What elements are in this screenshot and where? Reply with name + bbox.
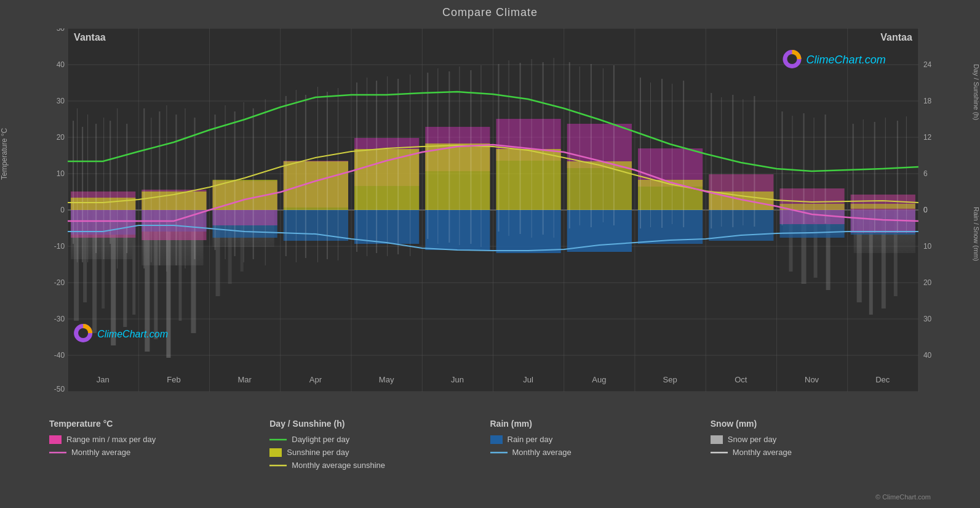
svg-point-196: [787, 54, 797, 64]
svg-rect-201: [49, 435, 62, 444]
svg-rect-193: [897, 121, 898, 233]
svg-rect-156: [410, 75, 410, 256]
svg-text:ClimeChart.com: ClimeChart.com: [97, 329, 168, 339]
svg-rect-136: [175, 115, 177, 265]
svg-rect-169: [569, 62, 570, 228]
svg-rect-186: [803, 113, 805, 224]
svg-rect-140: [225, 105, 226, 259]
temp-range-swatch-icon: [49, 435, 62, 444]
legend-label-snow-bar: Snow per day: [728, 435, 777, 444]
svg-rect-187: [814, 118, 815, 222]
legend-header-snow: Snow (mm): [711, 419, 931, 429]
svg-rect-91: [354, 210, 419, 244]
legend-label-rain-bar: Rain per day: [508, 435, 553, 444]
snow-swatch-icon: [711, 435, 723, 444]
svg-text:Oct: Oct: [735, 375, 747, 384]
svg-rect-144: [265, 99, 266, 265]
svg-rect-162: [480, 65, 481, 247]
svg-rect-176: [661, 79, 663, 228]
y-axis-left-label: Temperature °C: [0, 31, 9, 277]
svg-rect-115: [354, 149, 419, 210]
svg-rect-148: [317, 87, 318, 262]
svg-text:20: 20: [923, 278, 932, 287]
svg-rect-170: [580, 67, 580, 225]
svg-text:20: 20: [57, 133, 65, 142]
svg-rect-138: [194, 118, 196, 259]
svg-text:10: 10: [923, 242, 932, 251]
svg-rect-139: [215, 115, 216, 250]
svg-text:Aug: Aug: [592, 375, 606, 384]
svg-text:30: 30: [923, 315, 932, 323]
svg-rect-132: [143, 108, 145, 268]
svg-rect-165: [520, 63, 521, 234]
svg-rect-179: [711, 93, 712, 228]
legend-col-sunshine: Day / Sunshine (h) Daylight per day Suns…: [269, 419, 490, 502]
legend-label-rain-avg: Monthly average: [512, 448, 572, 457]
svg-rect-116: [425, 143, 490, 210]
svg-rect-172: [603, 68, 604, 222]
legend-item-temp-range: Range min / max per day: [49, 435, 269, 444]
svg-text:-10: -10: [54, 242, 65, 251]
svg-rect-90: [284, 210, 348, 241]
svg-text:40: 40: [57, 60, 65, 69]
svg-text:30: 30: [57, 97, 65, 105]
svg-rect-189: [853, 124, 854, 232]
temp-avg-line-icon: [49, 451, 66, 454]
svg-rect-127: [95, 124, 97, 253]
svg-text:24: 24: [923, 60, 932, 69]
chart-svg: 50 40 30 20 10 0 -10 -20 -30 -40 -50 24 …: [43, 28, 943, 392]
svg-text:May: May: [379, 375, 394, 384]
legend-item-sunshine-bar: Sunshine per day: [269, 448, 490, 457]
svg-text:50: 50: [57, 28, 65, 33]
svg-rect-180: [721, 97, 722, 227]
svg-text:-30: -30: [54, 315, 65, 323]
svg-rect-114: [284, 161, 348, 210]
legend-item-rain-bar: Rain per day: [490, 435, 711, 444]
svg-text:-20: -20: [54, 278, 65, 287]
svg-rect-137: [185, 108, 185, 268]
svg-text:Jun: Jun: [451, 375, 464, 384]
main-container: Compare Climate Temperature °C Day / Sun…: [0, 0, 980, 508]
rain-avg-line-icon: [490, 451, 508, 454]
svg-rect-160: [459, 67, 460, 245]
svg-rect-134: [159, 111, 160, 265]
svg-text:-40: -40: [54, 351, 65, 360]
legend-label-snow-avg: Monthly average: [733, 448, 792, 457]
svg-text:0: 0: [60, 206, 65, 214]
y-ticks-right-top: 24 18 12 6 0: [923, 60, 932, 214]
svg-text:ClimeChart.com: ClimeChart.com: [807, 54, 886, 66]
svg-rect-175: [650, 83, 651, 227]
chart-title: Compare Climate: [0, 0, 980, 19]
svg-rect-149: [327, 92, 328, 259]
legend-header-temperature: Temperature °C: [49, 419, 269, 429]
legend-item-sunshine-avg: Monthly average sunshine: [269, 461, 490, 470]
svg-text:40: 40: [923, 351, 932, 360]
svg-rect-159: [448, 71, 450, 243]
legend-item-daylight: Daylight per day: [269, 435, 490, 444]
svg-text:Jan: Jan: [97, 375, 110, 384]
svg-rect-155: [397, 79, 399, 254]
svg-rect-154: [387, 76, 388, 256]
svg-rect-208: [711, 435, 723, 444]
legend-item-rain-avg: Monthly average: [490, 448, 711, 457]
legend-col-rain: Rain (mm) Rain per day Monthly average: [490, 419, 711, 502]
svg-rect-161: [470, 70, 471, 244]
y-ticks-left: 50 40 30 20 10 0 -10 -20 -30 -40 -50: [54, 28, 65, 392]
svg-rect-131: [126, 124, 127, 253]
chart-area: 50 40 30 20 10 0 -10 -20 -30 -40 -50 24 …: [43, 28, 943, 392]
svg-rect-129: [110, 121, 111, 244]
svg-text:Jul: Jul: [523, 375, 533, 384]
svg-text:Mar: Mar: [237, 375, 252, 384]
svg-rect-191: [874, 122, 875, 233]
svg-rect-146: [296, 90, 297, 262]
legend-header-rain: Rain (mm): [490, 419, 711, 429]
svg-rect-153: [376, 81, 377, 253]
legend-item-temp-avg: Monthly average: [49, 448, 269, 457]
sunshine-avg-line-icon: [269, 464, 287, 467]
svg-text:12: 12: [923, 133, 932, 142]
svg-rect-124: [77, 108, 78, 262]
legend-label-sunshine-avg: Monthly average sunshine: [292, 461, 385, 470]
svg-text:6: 6: [923, 169, 928, 178]
svg-rect-141: [234, 111, 236, 256]
svg-rect-142: [244, 102, 244, 262]
